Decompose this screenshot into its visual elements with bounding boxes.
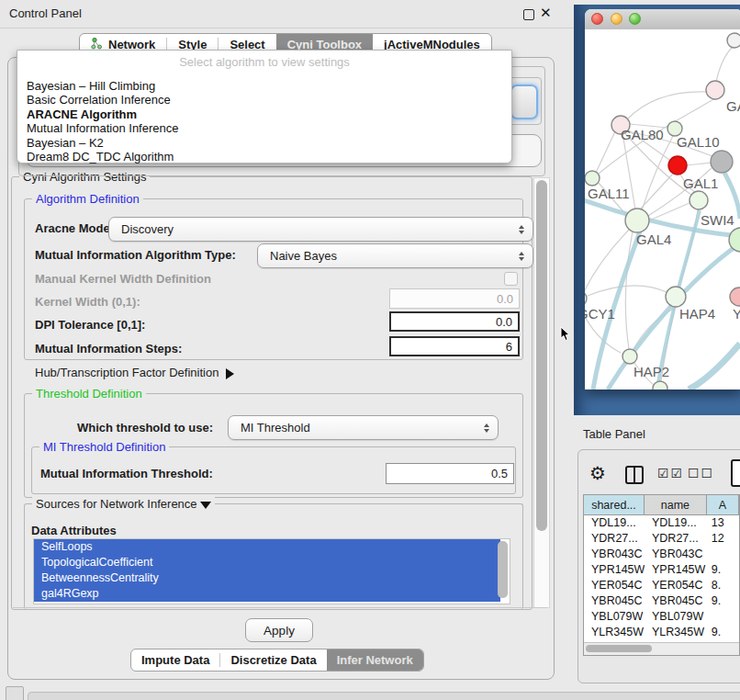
table-body: YDL19...YDL19...13YDR27...YDR27...12YBR0…	[584, 515, 739, 645]
data-attributes-list[interactable]: SelfLoopsTopologicalCoefficientBetweenne…	[33, 538, 510, 604]
columns-icon[interactable]	[625, 466, 644, 484]
network-node[interactable]	[625, 209, 649, 232]
algorithm-option[interactable]: Mutual Information Inference	[17, 121, 511, 135]
spinner-arrows-icon	[484, 423, 489, 433]
table-row[interactable]: YDL19...YDL19...13	[584, 515, 739, 531]
select-all-checkboxes-icon[interactable]: ☑☑	[657, 466, 684, 480]
column-header[interactable]: name	[645, 495, 707, 514]
list-scrollbar[interactable]	[498, 541, 508, 598]
network-edge	[628, 92, 707, 119]
aracne-mode-value: Discovery	[121, 222, 174, 236]
table-row[interactable]: YDR27...YDR27...12	[584, 531, 739, 547]
manual-kernel-checkbox[interactable]	[504, 272, 518, 286]
table-cell: YLR345W	[584, 625, 645, 640]
kernel-width-label: Kernel Width (0,1):	[35, 295, 140, 309]
network-node[interactable]	[653, 381, 667, 390]
network-node[interactable]	[585, 291, 587, 306]
network-node[interactable]	[727, 33, 740, 48]
manual-kernel-label: Manual Kernel Width Definition	[35, 272, 211, 286]
sources-group-title[interactable]: Sources for Network Inference	[32, 497, 215, 511]
network-node[interactable]	[706, 81, 724, 99]
algorithm-option[interactable]: Basic Correlation Inference	[17, 93, 511, 107]
mouse-cursor	[560, 327, 571, 345]
network-node[interactable]	[585, 171, 600, 186]
algorithm-option[interactable]: ARACNE Algorithm	[17, 107, 511, 121]
node-label: SWI4	[701, 212, 734, 228]
focused-help-button[interactable]	[510, 85, 538, 119]
mi-threshold-field[interactable]: 0.5	[386, 463, 514, 484]
network-node[interactable]	[666, 287, 686, 307]
table-cell: YDL19...	[584, 515, 645, 531]
apply-button[interactable]: Apply	[245, 618, 313, 642]
node-label: Y	[733, 306, 740, 322]
algorithm-definition-title: Algorithm Definition	[32, 192, 143, 206]
network-node[interactable]	[668, 156, 687, 175]
table-header-row: shared...nameA	[584, 495, 739, 515]
hub-definition-toggle[interactable]: Hub/Transcription Factor Definition	[35, 366, 234, 379]
node-label: HAP2	[633, 364, 669, 379]
float-window-icon[interactable]	[523, 9, 534, 20]
kernel-width-field[interactable]: 0.0	[389, 288, 520, 309]
close-icon[interactable]: ✕	[540, 5, 552, 21]
column-header[interactable]: shared...	[584, 495, 645, 514]
control-panel-titlebar: Control Panel ✕	[0, 0, 574, 28]
algorithm-option[interactable]: Bayesian – Hill Climbing	[17, 79, 511, 93]
node-table[interactable]: shared...nameA YDL19...YDL19...13YDR27..…	[583, 494, 740, 656]
table-hscrollbar-thumb[interactable]	[586, 645, 652, 652]
collapse-arrow-icon	[200, 502, 211, 509]
network-node[interactable]	[622, 349, 637, 364]
network-node[interactable]	[711, 151, 733, 173]
table-row[interactable]: YER054CYER054C8.	[584, 578, 739, 593]
network-node[interactable]	[730, 288, 740, 306]
document-icon[interactable]	[731, 459, 740, 487]
mi-steps-field[interactable]: 6	[389, 336, 520, 356]
table-hscrollbar[interactable]	[584, 642, 739, 655]
attribute-item[interactable]: SelfLoops	[34, 539, 500, 555]
gear-icon[interactable]: ⚙	[589, 462, 606, 484]
zoom-traffic-light[interactable]	[629, 13, 641, 25]
network-canvas[interactable]: GALGAL80GAL10GAL1SWI4GAL11GAL4GCY1HAP4YH…	[585, 29, 740, 390]
table-cell: YBL079W	[645, 609, 707, 625]
aracne-mode-label: Aracne Mode:	[35, 221, 114, 235]
table-row[interactable]: YBR043CYBR043C	[584, 547, 739, 562]
bottom-left-button[interactable]	[6, 686, 24, 700]
table-row[interactable]: YBL079WYBL079W	[584, 609, 739, 625]
threshold-definition-title: Threshold Definition	[32, 387, 146, 401]
table-cell: YBR043C	[645, 547, 707, 562]
network-edge	[642, 136, 673, 210]
mi-type-combobox[interactable]: Naive Bayes	[257, 243, 533, 268]
settings-scrollbar-thumb[interactable]	[536, 180, 547, 531]
tab-impute-data[interactable]: Impute Data	[131, 649, 219, 671]
algorithm-option[interactable]: Bayesian – K2	[17, 136, 511, 150]
minimize-traffic-light[interactable]	[611, 13, 622, 25]
aracne-mode-combobox[interactable]: Discovery	[108, 217, 533, 242]
table-cell: YBL079W	[584, 609, 645, 625]
table-cell: 13	[707, 515, 739, 531]
network-window-titlebar[interactable]	[585, 9, 740, 30]
node-label: GAL1	[683, 175, 718, 191]
dpi-tolerance-label: DPI Tolerance [0,1]:	[35, 318, 145, 332]
attribute-item[interactable]: TopologicalCoefficient	[34, 555, 500, 570]
close-traffic-light[interactable]	[591, 13, 603, 25]
table-cell: YPR145W	[645, 562, 707, 578]
tab-infer-network[interactable]: Infer Network	[327, 649, 423, 671]
table-row[interactable]: YLR345WYLR345W9.	[584, 625, 739, 640]
node-label: GAL80	[621, 127, 664, 142]
algorithm-option[interactable]: Dream8 DC_TDC Algorithm	[17, 150, 511, 164]
network-view-window[interactable]: GALGAL80GAL10GAL1SWI4GAL11GAL4GCY1HAP4YH…	[585, 9, 740, 390]
column-header[interactable]: A	[707, 495, 739, 514]
attribute-item[interactable]: BetweennessCentrality	[34, 570, 500, 586]
table-cell: 12	[707, 531, 739, 547]
which-threshold-combobox[interactable]: MI Threshold	[228, 415, 499, 440]
data-attributes-label: Data Attributes	[31, 524, 117, 537]
bottom-scrollbar[interactable]	[28, 692, 740, 700]
table-row[interactable]: YPR145WYPR145W9.	[584, 562, 739, 578]
dpi-tolerance-field[interactable]: 0.0	[389, 311, 520, 332]
table-row[interactable]: YBR045CYBR045C9.	[584, 593, 739, 609]
attribute-item[interactable]: gal4RGexp	[34, 586, 500, 602]
network-node[interactable]	[690, 191, 708, 209]
tab-discretize-data[interactable]: Discretize Data	[220, 649, 326, 671]
clear-checkboxes-icon[interactable]: ☐☐	[688, 466, 714, 480]
table-cell	[707, 609, 739, 625]
mi-threshold-label: Mutual Information Threshold:	[40, 467, 213, 480]
